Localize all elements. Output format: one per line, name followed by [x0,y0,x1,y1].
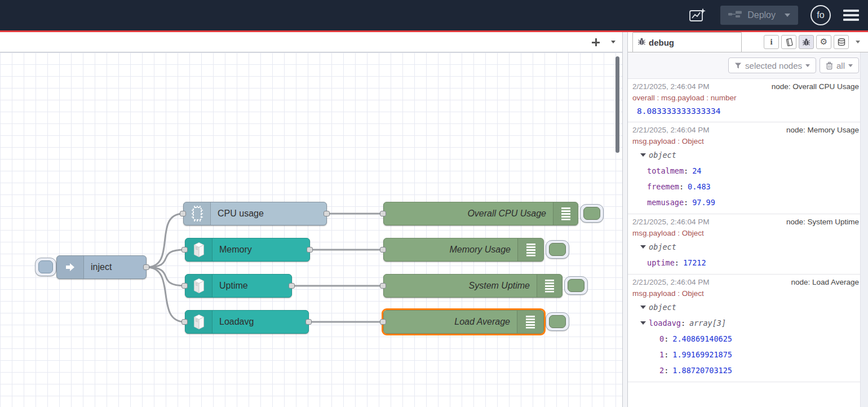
array-index: 0 [659,334,672,343]
node-label: CPU usage [211,209,326,219]
flow-canvas[interactable]: inject CPU usage [0,52,622,407]
array-index: 2 [659,366,672,375]
tab-debug[interactable]: debug [632,32,742,52]
object-label: object [649,242,676,251]
object-value: 0.483 [688,182,711,191]
debug-tab-button[interactable] [799,35,814,49]
output-port[interactable] [143,264,149,270]
object-key: freemem [647,182,688,191]
ai-assistant-icon[interactable] [688,6,708,25]
wire[interactable] [147,267,185,286]
array-value: 1.88720703125 [672,366,732,375]
filter-caret [805,64,810,67]
message-property: msg.payload : Object [632,228,859,239]
node-debug-memory-usage[interactable]: Memory Usage [383,238,544,262]
node-label: inject [84,262,146,272]
debug-toggle-button[interactable] [580,204,604,223]
sidebar-scroll-gutter[interactable] [860,52,868,407]
debug-message: 2/21/2025, 2:46:04 PM node: Load Average… [628,275,868,382]
input-port[interactable] [181,247,188,253]
deploy-button[interactable]: Deploy [720,6,798,25]
node-label: Memory Usage [384,245,517,255]
debug-toggle-inner [568,279,584,292]
node-debug-overall-cpu[interactable]: Overall CPU Usage [383,202,578,225]
filter-label: selected nodes [745,61,802,70]
debug-toggle-inner [549,315,566,328]
message-source: node: Overall CPU Usage [772,81,859,92]
debug-list-icon [537,275,562,297]
deploy-options-caret[interactable] [785,14,790,17]
object-value: 17212 [683,258,706,267]
output-port[interactable] [324,211,330,216]
output-port[interactable] [289,283,295,289]
clear-caret [848,64,853,67]
debug-filter-button[interactable]: selected nodes [728,57,816,73]
deploy-label: Deploy [747,10,776,20]
collapse-caret-icon[interactable] [640,306,646,309]
debug-toggle-button[interactable] [564,276,588,295]
object-key: memusage [647,198,692,207]
object-value: 24 [692,166,701,175]
debug-toggle-button[interactable] [546,240,569,259]
inject-trigger-inner [38,260,53,273]
avatar-label: fo [817,10,824,20]
debug-list-icon [553,202,578,225]
node-label: System Uptime [384,281,537,291]
debug-clear-button[interactable]: all [820,57,859,73]
flow-list-caret[interactable] [611,41,615,43]
avatar[interactable]: fo [811,5,831,25]
input-port[interactable] [380,283,386,289]
collapse-caret-icon[interactable] [640,245,646,249]
message-timestamp: 2/21/2025, 2:46:04 PM [632,277,710,288]
wire[interactable] [147,250,185,267]
node-red-editor: Deploy fo [0,0,868,407]
debug-toggle-inner [549,243,566,256]
output-port[interactable] [305,319,312,325]
object-label: object [649,303,676,312]
node-label: Overall CPU Usage [384,209,553,219]
info-tab-button[interactable]: i [764,35,779,49]
clear-label: all [836,61,845,70]
debug-toolbar: selected nodes all [628,52,868,78]
help-book-icon[interactable] [781,35,796,49]
object-key: totalmem [647,166,692,175]
node-memory[interactable]: Memory [185,238,310,262]
input-port[interactable] [181,283,188,289]
node-loadavg[interactable]: Loadavg [185,310,309,334]
message-property: overall : msg.payload : number [632,92,859,104]
input-port[interactable] [180,211,186,216]
computer-icon [185,275,212,297]
input-port[interactable] [380,247,386,253]
header-bar: Deploy fo [0,0,868,30]
inject-trigger-button[interactable] [35,258,56,276]
filter-icon [734,62,742,69]
message-source: node: Memory Usage [786,125,859,136]
message-source: node: System Uptime [786,216,859,228]
canvas-vertical-scrollbar[interactable] [615,56,619,153]
node-uptime[interactable]: Uptime [185,274,292,298]
input-port[interactable] [380,319,386,325]
input-port[interactable] [181,319,188,325]
node-debug-system-uptime[interactable]: System Uptime [383,274,563,298]
bug-icon [637,37,646,47]
collapse-caret-icon[interactable] [640,321,646,325]
node-inject[interactable]: inject [56,255,147,279]
debug-message: 2/21/2025, 2:46:04 PM node: Memory Usage… [628,122,868,214]
sidebar-tabbar: debug i ⚙ [628,32,868,52]
message-value: 8.083333333333334 [632,104,859,118]
context-database-button[interactable] [834,35,849,49]
input-port[interactable] [380,211,386,216]
add-flow-button[interactable] [592,38,600,46]
node-cpu-usage[interactable]: CPU usage [183,202,327,225]
debug-toggle-button[interactable] [546,312,569,331]
collapse-caret-icon[interactable] [640,153,646,157]
output-port[interactable] [307,247,313,253]
array-type-label: array[3] [689,318,726,328]
node-debug-load-average[interactable]: Load Average [383,310,544,334]
sidebar-splitter[interactable] [622,32,628,407]
array-value: 1.99169921875 [672,350,732,359]
main-menu-icon[interactable] [843,10,859,21]
config-gear-button[interactable]: ⚙ [816,35,831,49]
sidebar-options-caret[interactable] [856,41,860,43]
node-label: Loadavg [212,317,308,327]
